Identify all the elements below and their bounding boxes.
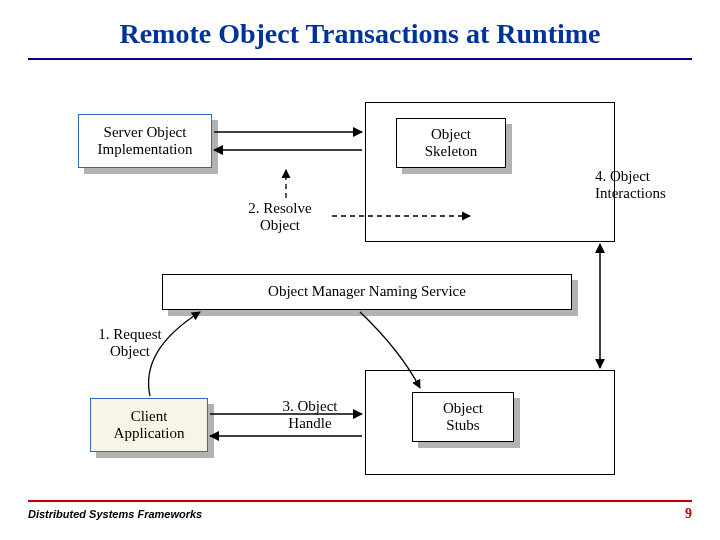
client-box: Client Application bbox=[90, 398, 208, 452]
stubs-box: Object Stubs bbox=[412, 392, 514, 442]
stubs-text: Object Stubs bbox=[443, 400, 483, 435]
step4-label: 4. Object Interactions bbox=[595, 168, 705, 203]
manager-box: Object Manager Naming Service bbox=[162, 274, 572, 310]
footer-rule bbox=[28, 500, 692, 502]
page-number: 9 bbox=[685, 506, 692, 522]
skeleton-text: Object Skeleton bbox=[425, 126, 478, 161]
step3-label: 3. Object Handle bbox=[260, 398, 360, 433]
slide: Remote Object Transactions at Runtime Se… bbox=[0, 0, 720, 540]
server-impl-box: Server Object Implementation bbox=[78, 114, 212, 168]
step2-label: 2. Resolve Object bbox=[230, 200, 330, 235]
step1-label: 1. Request Object bbox=[80, 326, 180, 361]
manager-text: Object Manager Naming Service bbox=[268, 283, 466, 300]
client-text: Client Application bbox=[114, 408, 185, 443]
slide-title: Remote Object Transactions at Runtime bbox=[0, 18, 720, 50]
server-impl-text: Server Object Implementation bbox=[98, 124, 193, 159]
footer-left: Distributed Systems Frameworks bbox=[28, 508, 202, 520]
title-underline bbox=[28, 58, 692, 60]
skeleton-box: Object Skeleton bbox=[396, 118, 506, 168]
